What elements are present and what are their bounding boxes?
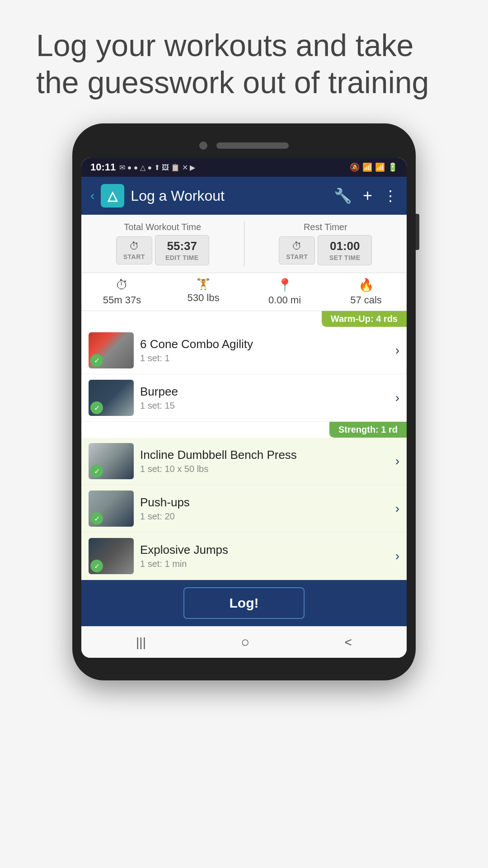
phone-speaker xyxy=(216,142,289,149)
rest-start-label: START xyxy=(286,253,308,260)
stats-row: ⏱ 55m 37s 🏋 530 lbs 📍 0.00 mi 🔥 57 cals xyxy=(81,273,407,311)
header-icons: 🔧 + ⋮ xyxy=(334,186,398,205)
exercise-name-3: Incline Dumbbell Bench Press xyxy=(140,448,389,462)
wrench-icon[interactable]: 🔧 xyxy=(334,187,352,204)
exercise-item-3[interactable]: ✓ Incline Dumbbell Bench Press 1 set: 10… xyxy=(81,438,407,485)
log-bar: Log! xyxy=(81,580,407,626)
exercise-detail-1: 1 set: 1 xyxy=(140,353,389,363)
exercise-arrow-1[interactable]: › xyxy=(395,343,399,358)
exercise-name-1: 6 Cone Combo Agility xyxy=(140,337,389,351)
exercise-item[interactable]: ✓ 6 Cone Combo Agility 1 set: 1 › xyxy=(81,327,407,374)
nav-menu-icon[interactable]: ||| xyxy=(136,635,146,650)
warmup-badge: Warm-Up: 4 rds xyxy=(322,311,407,327)
rest-clock-icon: ⏱ xyxy=(292,241,302,252)
rest-start-button[interactable]: ⏱ START xyxy=(279,236,315,264)
total-workout-label: Total Workout Time xyxy=(124,222,201,232)
headline: Log your workouts and take the guesswork… xyxy=(0,0,488,119)
nav-back-icon[interactable]: < xyxy=(345,635,352,650)
workout-start-button[interactable]: ⏱ START xyxy=(116,236,152,264)
stat-distance-value: 0.00 mi xyxy=(268,294,301,306)
total-workout-timer: Total Workout Time ⏱ START 55:37 EDIT TI… xyxy=(81,219,244,268)
app-header: ‹ △ Log a Workout 🔧 + ⋮ xyxy=(81,177,407,215)
app-title: Log a Workout xyxy=(131,188,328,204)
exercise-thumbnail-1: ✓ xyxy=(89,332,134,368)
exercise-detail-3: 1 set: 10 x 50 lbs xyxy=(140,464,389,474)
logo-icon: △ xyxy=(108,189,117,203)
exercise-info-3: Incline Dumbbell Bench Press 1 set: 10 x… xyxy=(140,448,389,474)
exercise-detail-4: 1 set: 20 xyxy=(140,511,389,522)
headline-text: Log your workouts and take the guesswork… xyxy=(36,27,452,101)
timer-controls-right: ⏱ START 01:00 SET TIME xyxy=(279,235,372,265)
rest-timer-label: Rest Timer xyxy=(304,222,347,232)
exercise-info-1: 6 Cone Combo Agility 1 set: 1 xyxy=(140,337,389,363)
exercise-name-2: Burpee xyxy=(140,385,389,399)
add-icon[interactable]: + xyxy=(363,186,372,205)
exercise-info-4: Push-ups 1 set: 20 xyxy=(140,495,389,522)
strength-badge: Strength: 1 rd xyxy=(329,422,407,438)
exercise-item-4[interactable]: ✓ Push-ups 1 set: 20 › xyxy=(81,485,407,533)
exercise-detail-2: 1 set: 15 xyxy=(140,401,389,411)
rest-set-label: SET TIME xyxy=(329,254,361,261)
workout-time-value: 55:37 xyxy=(167,239,197,253)
stat-time-value: 55m 37s xyxy=(103,294,141,306)
exercise-thumbnail-3: ✓ xyxy=(89,443,134,479)
workout-content: Warm-Up: 4 rds ✓ 6 Cone Combo Agility 1 … xyxy=(81,311,407,580)
timer-section: Total Workout Time ⏱ START 55:37 EDIT TI… xyxy=(81,215,407,273)
exercise-name-5: Explosive Jumps xyxy=(140,543,389,557)
workout-start-label: START xyxy=(123,253,145,260)
exercise-check-1: ✓ xyxy=(90,354,103,367)
exercise-thumbnail-5: ✓ xyxy=(89,538,134,574)
stat-distance: 📍 0.00 mi xyxy=(244,278,325,306)
exercise-item-5[interactable]: ✓ Explosive Jumps 1 set: 1 min › xyxy=(81,533,407,580)
stat-calories-value: 57 cals xyxy=(350,294,382,306)
stat-weight: 🏋 530 lbs xyxy=(163,278,244,306)
exercise-info-5: Explosive Jumps 1 set: 1 min xyxy=(140,543,389,569)
phone-screen: 10:11 ✉ ● ● △ ● ⬆ 🖼 📋 ✕ ▶ 🔕 📶 📶 🔋 ‹ △ Lo… xyxy=(81,158,407,658)
phone-top-bar xyxy=(81,137,407,158)
exercise-check-4: ✓ xyxy=(90,512,103,525)
log-button[interactable]: Log! xyxy=(183,587,305,619)
status-time: 10:11 xyxy=(90,161,116,173)
exercise-item-2[interactable]: ✓ Burpee 1 set: 15 › xyxy=(81,374,407,422)
exercise-thumbnail-4: ✓ xyxy=(89,491,134,527)
phone-frame: 10:11 ✉ ● ● △ ● ⬆ 🖼 📋 ✕ ▶ 🔕 📶 📶 🔋 ‹ △ Lo… xyxy=(72,123,416,680)
menu-icon[interactable]: ⋮ xyxy=(383,187,398,204)
phone-nav: ||| ○ < xyxy=(81,626,407,658)
status-icons-left: ✉ ● ● △ ● ⬆ 🖼 📋 ✕ ▶ xyxy=(119,163,195,172)
exercise-detail-5: 1 set: 1 min xyxy=(140,559,389,569)
warmup-section-tag: Warm-Up: 4 rds xyxy=(81,311,407,327)
exercise-info-2: Burpee 1 set: 15 xyxy=(140,385,389,411)
status-bar: 10:11 ✉ ● ● △ ● ⬆ 🖼 📋 ✕ ▶ 🔕 📶 📶 🔋 xyxy=(81,158,407,177)
exercise-check-3: ✓ xyxy=(90,465,103,477)
stat-weight-icon: 🏋 xyxy=(197,278,210,290)
stat-weight-value: 530 lbs xyxy=(188,292,220,304)
stat-calories: 🔥 57 cals xyxy=(325,278,407,306)
app-logo: △ xyxy=(101,184,124,208)
exercise-name-4: Push-ups xyxy=(140,495,389,509)
timer-controls-left: ⏱ START 55:37 EDIT TIME xyxy=(116,235,209,265)
status-left: 10:11 ✉ ● ● △ ● ⬆ 🖼 📋 ✕ ▶ xyxy=(90,161,195,173)
workout-time-display[interactable]: 55:37 EDIT TIME xyxy=(155,235,209,265)
exercise-arrow-4[interactable]: › xyxy=(395,501,399,516)
stat-calories-icon: 🔥 xyxy=(358,278,374,292)
stat-distance-icon: 📍 xyxy=(277,278,293,292)
rest-time-display[interactable]: 01:00 SET TIME xyxy=(318,235,372,265)
status-icons-right: 🔕 📶 📶 🔋 xyxy=(350,162,398,172)
exercise-check-5: ✓ xyxy=(90,560,103,572)
workout-clock-icon: ⏱ xyxy=(129,241,139,252)
exercise-arrow-2[interactable]: › xyxy=(395,391,399,405)
exercise-check-2: ✓ xyxy=(90,401,103,414)
workout-edit-label: EDIT TIME xyxy=(165,254,199,261)
exercise-arrow-5[interactable]: › xyxy=(395,549,399,563)
exercise-thumbnail-2: ✓ xyxy=(89,380,134,416)
nav-home-icon[interactable]: ○ xyxy=(241,634,249,651)
exercise-arrow-3[interactable]: › xyxy=(395,454,399,468)
back-button[interactable]: ‹ xyxy=(90,189,94,203)
stat-time: ⏱ 55m 37s xyxy=(81,278,163,306)
stat-time-icon: ⏱ xyxy=(116,278,128,292)
phone-side-button xyxy=(416,214,419,250)
rest-timer: Rest Timer ⏱ START 01:00 SET TIME xyxy=(244,219,407,268)
rest-time-value: 01:00 xyxy=(330,239,360,253)
strength-section-tag: Strength: 1 rd xyxy=(81,422,407,438)
phone-camera xyxy=(199,142,207,150)
